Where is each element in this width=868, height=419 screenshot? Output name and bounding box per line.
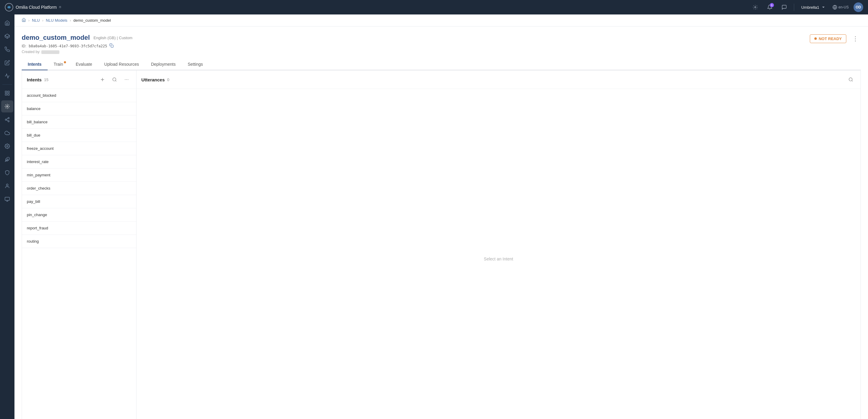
breadcrumb-home-icon[interactable] [22,18,26,23]
train-tab-dot [64,61,66,63]
intent-item-pin-change[interactable]: pin_change [22,208,136,221]
sidebar-item-settings[interactable] [1,140,13,152]
app-name-sup: ® [59,6,61,9]
model-meta: ID: b8a0a4ab-1605-41e7-9693-3fc5d7cfa225 [22,43,132,49]
page-header-left: demo_custom_model English (GB) | Custom … [22,34,132,54]
search-utterances-button[interactable] [846,75,856,84]
svg-point-25 [113,78,116,81]
status-dot-icon [814,37,817,40]
sidebar-item-home[interactable] [1,17,13,29]
breadcrumb-nlu-models[interactable]: NLU Models [46,18,67,23]
id-label: ID: [22,44,26,48]
svg-point-28 [126,79,127,80]
more-options-button[interactable]: ⋮ [850,34,861,43]
intent-item-interest-rate[interactable]: interest_rate [22,155,136,169]
id-value: b8a0a4ab-1605-41e7-9693-3fc5d7cfa225 [29,44,107,48]
settings-icon-btn[interactable] [750,2,760,12]
intent-item-routing[interactable]: routing [22,235,136,248]
top-navigation: Omilia Cloud Platform® 1 Umbrella1 en-US [0,0,868,14]
created-by-section: Created by: [22,50,132,54]
copy-id-icon[interactable] [110,43,114,49]
svg-line-14 [6,118,8,119]
intent-item-balance[interactable]: balance [22,102,136,115]
svg-rect-7 [8,94,9,95]
intent-item-account-blocked[interactable]: account_blocked [22,89,136,102]
sidebar-item-calls[interactable] [1,43,13,56]
sidebar-item-modules[interactable] [1,30,13,42]
intents-more-button[interactable] [122,75,131,84]
utterances-count-badge: 0 [167,78,169,82]
tab-deployments[interactable]: Deployments [145,59,182,70]
tab-upload-label: Upload Resources [104,62,139,67]
tab-settings[interactable]: Settings [182,59,209,70]
svg-rect-22 [111,45,114,47]
model-title-text: demo_custom_model [22,34,90,41]
intents-title: Intents 15 [27,77,95,82]
notifications-btn[interactable]: 1 [765,2,775,12]
svg-point-11 [5,119,7,121]
utterances-title: Utterances 0 [141,77,846,82]
svg-point-30 [849,78,852,81]
messages-btn[interactable] [779,2,789,12]
workspace-name: Umbrella1 [801,5,819,10]
tab-intents[interactable]: Intents [22,59,48,70]
tab-settings-label: Settings [188,62,203,67]
intent-item-order-checks[interactable]: order_checks [22,182,136,195]
sidebar-item-grid[interactable] [1,87,13,99]
sidebar-item-analytics[interactable] [1,70,13,82]
created-by-user [41,50,59,54]
sidebar-item-users[interactable] [1,180,13,192]
tab-evaluate[interactable]: Evaluate [70,59,98,70]
sidebar-item-nlu[interactable] [1,100,13,113]
content-area: Intents 15 account_blocked balanc [22,70,861,419]
svg-line-26 [116,81,116,81]
language-selector[interactable]: en-US [832,5,849,10]
intents-panel: Intents 15 account_blocked balanc [22,70,136,419]
sidebar-item-flows[interactable] [1,114,13,126]
nav-divider [794,4,794,11]
intent-item-bill-balance[interactable]: bill_balance [22,115,136,129]
intent-item-min-payment[interactable]: min_payment [22,169,136,182]
sidebar-item-config[interactable] [1,193,13,205]
sidebar-item-cloud[interactable] [1,127,13,139]
breadcrumb: › NLU › NLU Models › demo_custom_model [14,14,868,27]
svg-point-12 [8,121,9,122]
intent-item-freeze-account[interactable]: freeze_account [22,142,136,155]
svg-rect-6 [8,91,9,93]
breadcrumb-nlu[interactable]: NLU [32,18,40,23]
search-intents-button[interactable] [110,75,119,84]
left-sidebar [0,14,14,419]
user-avatar[interactable]: OD [854,2,863,12]
model-type: Custom [119,36,133,40]
page-header-right: NOT READY ⋮ [810,34,861,43]
svg-rect-19 [5,197,10,201]
intent-item-report-fraud[interactable]: report_fraud [22,221,136,235]
topnav-right-section: 1 Umbrella1 en-US OD [750,2,863,12]
breadcrumb-sep-2: › [42,19,43,23]
main-content: › NLU › NLU Models › demo_custom_model d… [14,14,868,419]
add-intent-button[interactable] [98,75,107,84]
utterances-panel: Utterances 0 Select an Intent [136,70,861,419]
sidebar-item-compliance[interactable] [1,167,13,179]
model-lang-type: English (GB) | Custom [93,36,132,40]
select-intent-message: Select an Intent [484,257,513,261]
tab-evaluate-label: Evaluate [76,62,92,67]
app-name: Omilia Cloud Platform [16,5,57,10]
created-by-label: Created by: [22,50,40,54]
workspace-selector[interactable]: Umbrella1 [799,4,828,11]
tab-train[interactable]: Train [48,59,70,70]
logo-icon [5,3,13,11]
utterances-panel-header: Utterances 0 [136,70,861,89]
not-ready-status-badge[interactable]: NOT READY [810,34,846,43]
svg-point-27 [125,79,125,80]
intent-item-bill-due[interactable]: bill_due [22,129,136,142]
svg-line-13 [6,120,8,121]
tab-upload-resources[interactable]: Upload Resources [98,59,145,70]
sidebar-item-edit[interactable] [1,57,13,69]
tab-intents-label: Intents [28,62,41,67]
sidebar-item-plugins[interactable] [1,153,13,166]
intent-item-pay-bill[interactable]: pay_bill [22,195,136,208]
svg-point-15 [7,146,8,147]
svg-point-1 [754,7,756,8]
app-logo: Omilia Cloud Platform® [5,3,61,11]
